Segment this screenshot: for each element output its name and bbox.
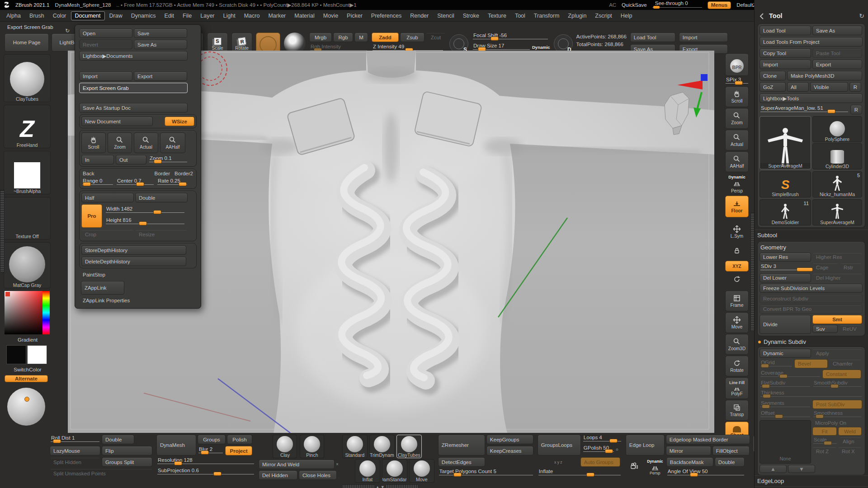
doc-nav-zoom[interactable]: Zoom [108,132,132,153]
del-hidden-button[interactable]: Del Hidden [259,470,297,480]
section-crease[interactable]: Crease [755,486,868,488]
doc-resize[interactable]: Resize [135,230,188,239]
tool-import[interactable]: Import [760,60,811,69]
scroll-button[interactable]: Scroll [725,86,749,107]
texture-off[interactable]: Texture Off [4,197,51,239]
lazymouse-button[interactable]: LazyMouse [50,446,100,455]
menu-document[interactable]: Document [71,11,105,20]
menu-layer[interactable]: Layer [200,13,214,19]
brush-claytubes[interactable]: ClayTubes [4,54,51,102]
brush-damstandard[interactable]: DamStandard [382,459,407,483]
xyz-button[interactable]: XYZ [725,261,749,272]
section-subtool[interactable]: Subtool [755,230,868,240]
floor-button[interactable]: Floor [725,196,749,217]
gpolish-radial-icon[interactable]: ○ [616,447,618,452]
aahalf-button[interactable]: AAHalf [725,151,749,172]
color-picker[interactable] [5,291,50,334]
doc-half[interactable]: Half [81,193,134,202]
subtool-up-button[interactable]: ▲ [760,465,787,473]
split-hidden-button[interactable]: Split Hidden [50,457,100,467]
menu-light[interactable]: Light [223,13,236,19]
target-polygons-slider[interactable]: Target Polygons Count 5 [438,469,534,477]
shelf-load-tool[interactable]: Load Tool [630,33,675,42]
doc-zoom-slider[interactable]: Zoom 0.1 [148,155,188,164]
doc-wsize[interactable]: WSize [165,117,194,126]
detectedges-button[interactable]: DetectEdges [438,457,485,467]
brush-scrollbar-left[interactable] [342,484,375,488]
tool-make-polymesh[interactable]: Make PolyMesh3D [787,71,862,80]
doc-range-slider[interactable]: Range 0 [81,178,114,187]
doc-save-as-startup[interactable]: Save As Startup Doc [79,103,188,113]
menu-file[interactable]: File [183,13,192,19]
dyn-bevel[interactable]: Bevel [794,359,828,368]
dyn-offset-slider[interactable]: Offset [760,410,811,419]
split-unmasked-button[interactable]: Split Unmasked Points [50,469,153,478]
inflate-slider[interactable]: Inflate [538,469,622,477]
doc-save-as[interactable]: Save As [134,40,187,49]
geo-smt[interactable]: Smt [812,315,862,324]
keepcreases-button[interactable]: KeepCreases [486,446,533,455]
geo-del-higher[interactable]: Del Higher [812,273,862,282]
movie-camera-button[interactable] [626,457,644,475]
menu-dynamics[interactable]: Dynamics [131,13,156,19]
doc-height-slider[interactable]: Height 816 [105,217,185,226]
doc-rate-slider[interactable]: Rate 0.25 [156,178,188,187]
dyn-apply[interactable]: Apply [812,349,862,358]
brush-trimdynamic[interactable]: TrimDynam [369,435,395,458]
doc-open[interactable]: Open [79,28,132,38]
geo-freeze[interactable]: Freeze SubDivision Levels [760,284,863,293]
doc-zapplink[interactable]: ZAppLink [81,281,124,295]
zremesher-button[interactable]: ZRemesher [438,435,485,455]
tool-paste[interactable]: Paste Tool [812,48,862,58]
brush-pinch[interactable]: Pinch [300,435,324,458]
doc-save[interactable]: Save [134,28,187,38]
double-button[interactable]: Double [102,435,134,444]
menu-preferences[interactable]: Preferences [371,13,401,19]
frame-button[interactable]: Frame [725,291,749,311]
menu-refresh-icon[interactable]: ↻ [65,28,70,34]
menu-marker[interactable]: Marker [268,13,286,19]
m-button[interactable]: M [354,33,368,42]
left-tray-scrollbar[interactable] [0,190,5,272]
menu-edit[interactable]: Edit [165,13,175,19]
dyn-rot-x[interactable]: Rot X [838,447,862,455]
dock-collapse-icon[interactable] [758,12,765,19]
brush-standard[interactable]: Standard [342,435,368,458]
quicksave-button[interactable]: QuickSave [622,2,647,8]
geo-divide[interactable]: Divide [760,315,811,334]
tool-goz-r[interactable]: R [849,82,861,92]
dyn-weld[interactable]: Weld [838,427,862,436]
doc-export-screen-grab[interactable]: Export Screen Grab [79,83,188,93]
tool-thumb-superaverageman2[interactable]: SuperAverageM [812,199,862,225]
tool-copy[interactable]: Copy Tool [760,48,811,58]
menu-render[interactable]: Render [410,13,429,19]
edge-loop-button[interactable]: Edge Loop [626,435,665,455]
tool-refresh-icon[interactable]: ↻ [859,12,864,19]
menu-transform[interactable]: Transform [534,13,560,19]
dyn-coverage-slider[interactable]: Coverage [760,370,821,379]
auto-groups-button[interactable]: Auto Groups [580,457,620,467]
brush-claytubes-selected[interactable]: ClayTubes [396,435,422,458]
geo-rstr[interactable]: Rstr [840,263,862,272]
tool-goz[interactable]: GoZ [760,82,786,92]
dyn-dynamic[interactable]: Dynamic [760,349,811,358]
fillobject-button[interactable]: FillObject [712,446,750,455]
dynamic-label[interactable]: Dynamic [532,45,550,50]
tool-thumb-superaverageman[interactable]: SuperAverageM [760,116,811,169]
mrgb-button[interactable]: Mrgb [309,33,332,42]
resolution-slider[interactable]: Resolution 128 [156,457,255,466]
dyn-align[interactable]: Align [839,437,862,446]
menus-button[interactable]: Menus [708,1,731,9]
zcut-button[interactable]: Zcut [426,33,446,42]
doc-zoom-out[interactable]: Out [116,155,146,164]
dyn-chamfer[interactable]: Chamfer [829,359,862,368]
menu-alpha[interactable]: Alpha [6,13,21,19]
doc-revert[interactable]: Revert [79,40,132,49]
section-edgeloop[interactable]: EdgeLoop [755,475,868,486]
tool-thumb-simplebrush[interactable]: S SimpleBrush [760,171,811,197]
project-button[interactable]: Project [225,446,252,455]
see-through-slider[interactable]: See-through 0 [652,1,702,9]
menu-picker[interactable]: Picker [347,13,363,19]
geo-sdiv-slider[interactable]: SDiv 3 [760,263,811,272]
switchcolor-label[interactable]: SwitchColor [4,367,52,372]
